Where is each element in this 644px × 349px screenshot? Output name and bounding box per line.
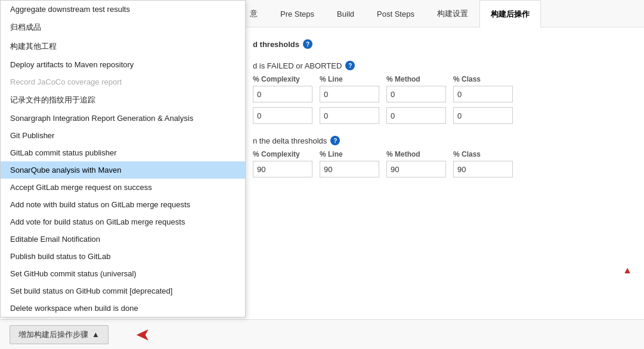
help-icon-1[interactable]: ? bbox=[303, 39, 312, 49]
col-method-1: % Method bbox=[386, 75, 446, 83]
dropdown-item-archive[interactable]: 归档成品 bbox=[1, 18, 245, 37]
dropdown-item-jacoco: Record JaCoCo coverage report bbox=[1, 73, 245, 91]
col-method-2: % Method bbox=[386, 150, 446, 158]
dropdown-item-github-universal[interactable]: Set GitHub commit status (universal) bbox=[1, 265, 245, 282]
input-class-3[interactable] bbox=[453, 161, 513, 177]
input-line-2[interactable] bbox=[320, 107, 379, 124]
tab-build[interactable]: Build bbox=[326, 0, 366, 27]
arrow-to-add-button: ➤ bbox=[136, 326, 149, 344]
dropdown-menu[interactable]: Aggregate downstream test results 归档成品 构… bbox=[0, 0, 246, 317]
dropdown-item-add-note[interactable]: Add note with build status on GitLab mer… bbox=[1, 196, 245, 213]
threshold-row-1 bbox=[253, 86, 630, 102]
input-complexity-2[interactable] bbox=[253, 107, 312, 124]
dropdown-item-publish-gitlab[interactable]: Publish build status to GitLab bbox=[1, 248, 245, 265]
col-complexity-2: % Complexity bbox=[253, 150, 312, 158]
tab-post-build[interactable]: 构建后操作 bbox=[479, 0, 541, 27]
columns-header-2: % Complexity % Line % Method % Class bbox=[253, 150, 630, 158]
input-line-3[interactable] bbox=[320, 161, 379, 177]
input-class-1[interactable] bbox=[453, 86, 513, 102]
dropdown-item-delete-workspace[interactable]: Delete workspace when build is done bbox=[1, 300, 245, 317]
dropdown-item-deploy-maven[interactable]: Deploy artifacts to Maven repository bbox=[1, 56, 245, 73]
dropdown-item-sonarqube-maven[interactable]: SonarQube analysis with Maven bbox=[1, 161, 245, 179]
add-post-build-button[interactable]: 增加构建后操作步骤 ▲ bbox=[10, 325, 109, 344]
dropdown-item-email[interactable]: Editable Email Notification bbox=[1, 230, 245, 248]
delta-label: n the delta thresholds ? bbox=[253, 136, 630, 145]
failed-label: d is FAILED or ABORTED ? bbox=[253, 61, 630, 70]
threshold-row-2 bbox=[253, 107, 630, 124]
col-line-2: % Line bbox=[320, 150, 379, 158]
input-method-3[interactable] bbox=[386, 161, 446, 177]
tab-pre-steps[interactable]: Pre Steps bbox=[269, 0, 326, 27]
main-content: 意 Pre Steps Build Post Steps 构建设置 构建后操作 … bbox=[0, 0, 644, 349]
help-icon-2[interactable]: ? bbox=[345, 61, 355, 70]
add-button-arrow-icon: ▲ bbox=[92, 330, 100, 339]
input-class-2[interactable] bbox=[453, 107, 513, 124]
threshold-row-3 bbox=[253, 161, 630, 177]
dropdown-item-gitlab-commit[interactable]: GitLab commit status publisher bbox=[1, 144, 245, 161]
tab-post-steps[interactable]: Post Steps bbox=[366, 0, 426, 27]
help-icon-3[interactable]: ? bbox=[330, 136, 340, 145]
dropdown-item-aggregate[interactable]: Aggregate downstream test results bbox=[1, 1, 245, 18]
col-complexity-1: % Complexity bbox=[253, 75, 312, 83]
input-line-1[interactable] bbox=[320, 86, 379, 102]
section-failed: d is FAILED or ABORTED ? % Complexity % … bbox=[253, 61, 630, 124]
columns-header-1: % Complexity % Line % Method % Class bbox=[253, 75, 630, 83]
red-triangle-indicator: ▲ bbox=[623, 265, 632, 276]
input-method-1[interactable] bbox=[386, 86, 446, 102]
input-complexity-3[interactable] bbox=[253, 161, 312, 177]
dropdown-item-github-deprecated[interactable]: Set build status on GitHub commit [depre… bbox=[1, 282, 245, 300]
content-panel: d thresholds ? d is FAILED or ABORTED ? … bbox=[239, 27, 644, 319]
dropdown-item-sonargraph[interactable]: Sonargraph Integration Report Generation… bbox=[1, 110, 245, 127]
col-class-2: % Class bbox=[453, 150, 513, 158]
section-thresholds: d thresholds ? bbox=[253, 39, 630, 49]
section-title-1: d thresholds ? bbox=[253, 39, 630, 49]
dropdown-item-accept-merge[interactable]: Accept GitLab merge request on success bbox=[1, 179, 245, 196]
bottom-bar: 增加构建后操作步骤 ▲ bbox=[0, 319, 644, 349]
dropdown-item-git-publisher[interactable]: Git Publisher bbox=[1, 127, 245, 144]
dropdown-item-fingerprint[interactable]: 记录文件的指纹用于追踪 bbox=[1, 91, 245, 110]
dropdown-item-build-other[interactable]: 构建其他工程 bbox=[1, 37, 245, 56]
col-line-1: % Line bbox=[320, 75, 379, 83]
input-complexity-1[interactable] bbox=[253, 86, 312, 102]
section-delta: n the delta thresholds ? % Complexity % … bbox=[253, 136, 630, 177]
col-class-1: % Class bbox=[453, 75, 513, 83]
tab-build-settings[interactable]: 构建设置 bbox=[426, 0, 479, 27]
dropdown-item-add-vote[interactable]: Add vote for build status on GitLab merg… bbox=[1, 213, 245, 230]
input-method-2[interactable] bbox=[386, 107, 446, 124]
